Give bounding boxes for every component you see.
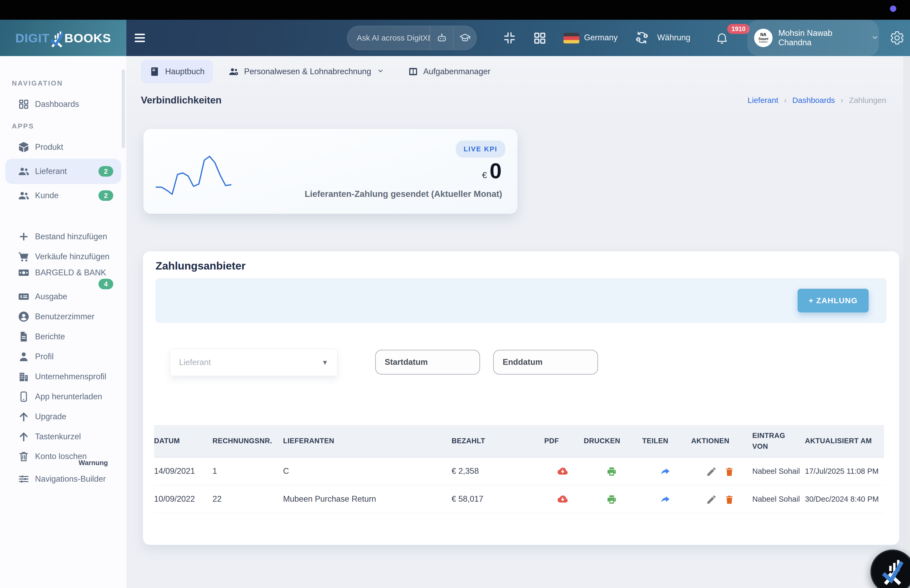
status-indicator-dot — [890, 5, 896, 12]
download-app-icon — [18, 391, 30, 403]
svg-text:€: € — [645, 34, 647, 38]
sidebar-item-unternehmensprofil[interactable]: Unternehmensprofil — [5, 367, 121, 387]
breadcrumb: Lieferant›Dashboards›Zahlungen — [748, 96, 886, 105]
sidebar-item-konto-loschen[interactable]: Konto loschenWarnung — [5, 447, 121, 469]
share-icon[interactable] — [660, 494, 671, 505]
delete-icon[interactable] — [724, 466, 735, 477]
live-kpi-badge: LIVE KPI — [456, 141, 505, 158]
sidebar-item-verkufe-hinzufgen[interactable]: Verkäufe hinzufügen — [5, 247, 121, 267]
currency-label[interactable]: Währung — [657, 33, 690, 42]
brand-logo-text-books: BOOKS — [64, 31, 111, 45]
sidebar: NAVIGATIONDashboardsAPPSProduktLieferant… — [0, 56, 126, 588]
suppliers-icon — [18, 165, 30, 178]
kpi-label: Lieferanten-Zahlung gesendet (Aktueller … — [305, 189, 502, 199]
titlebar: Verbindlichkeiten Lieferant›Dashboards›Z… — [141, 95, 886, 106]
brand-floating-button[interactable] — [871, 549, 910, 588]
avatar-monogram: NA — [760, 32, 766, 37]
ai-search-bar[interactable] — [347, 26, 477, 50]
kpi-currency: € — [482, 170, 487, 180]
cell-datum: 14/09/2021 — [154, 457, 212, 485]
breadcrumb-dashboards[interactable]: Dashboards — [792, 96, 835, 105]
cell-aktualisiert_am: 17/Jul/2025 11:08 PM — [805, 457, 884, 485]
end-date-input[interactable]: Enddatum — [493, 350, 598, 375]
germany-flag-icon[interactable] — [564, 33, 579, 44]
sidebar-item-produkt[interactable]: Produkt — [5, 137, 121, 157]
sidebar-item-label: Produkt — [35, 142, 63, 152]
sidebar-item-profil[interactable]: Profil — [5, 347, 121, 367]
ai-robot-icon[interactable] — [430, 26, 453, 50]
sidebar-item-label: Ausgabe — [35, 292, 67, 301]
sidebar-item-bargeld--bank[interactable]: BARGELD & BANK4 — [5, 267, 121, 287]
company-profile-icon — [18, 371, 30, 383]
sidebar-item-label: Profil — [35, 352, 54, 361]
apps-grid-icon[interactable] — [532, 31, 547, 45]
sidebar-item-navigations-builder[interactable]: Navigations-Builder — [5, 469, 121, 489]
sidebar-item-benutzerzimmer[interactable]: Benutzerzimmer — [5, 307, 121, 326]
system-status-bar — [0, 0, 910, 20]
column-header-teilen: TEILEN — [642, 425, 691, 457]
ledger-icon — [149, 66, 160, 77]
tab-hauptbuch[interactable]: Hauptbuch — [141, 60, 213, 84]
reports-icon — [18, 331, 30, 343]
notifications-bell-icon[interactable] — [715, 31, 729, 45]
country-label[interactable]: Germany — [584, 33, 617, 42]
cell-rechnungsnr: 1 — [212, 457, 283, 485]
sidebar-item-upgrade[interactable]: Upgrade — [5, 407, 121, 426]
cash-bank-icon — [18, 267, 30, 279]
module-tabbar: HauptbuchPersonalwesen & LohnabrechnungA… — [141, 60, 499, 84]
sidebar-item-ausgabe[interactable]: $Ausgabe — [5, 287, 121, 307]
collapse-screen-icon[interactable] — [503, 31, 517, 45]
settings-gear-icon[interactable] — [889, 30, 905, 45]
breadcrumb-lieferant[interactable]: Lieferant — [748, 96, 778, 105]
sidebar-item-dashboards[interactable]: Dashboards — [5, 94, 121, 114]
brand-x-check-icon — [50, 31, 64, 47]
sidebar-section-label: APPS — [12, 122, 126, 130]
sidebar-item-tastenkurzel[interactable]: Tastenkurzel — [5, 426, 121, 447]
start-date-input[interactable]: Startdatum — [375, 350, 480, 375]
pdf-download-icon[interactable] — [557, 466, 568, 477]
column-header-drucken: DRUCKEN — [584, 425, 642, 457]
app-header: DIGIT BOOKS — [0, 20, 910, 56]
column-header-bezahlt: BEZAHLT — [452, 425, 544, 457]
currency-exchange-icon[interactable]: $€ — [634, 30, 650, 45]
edit-icon[interactable] — [706, 494, 717, 505]
supplier-select[interactable]: Lieferant ▼ — [170, 349, 338, 376]
table-row: 10/09/202222Mubeen Purchase Return€ 58,0… — [154, 485, 884, 513]
sidebar-item-label: Tastenkurzel — [35, 432, 81, 441]
kpi-number: 0 — [490, 160, 502, 182]
edit-icon[interactable] — [706, 466, 717, 477]
menu-hamburger-icon[interactable] — [133, 31, 147, 45]
product-icon — [18, 141, 30, 153]
cell-eintrag_von: Nabeel Sohail — [752, 457, 805, 485]
sidebar-scrollbar[interactable] — [122, 69, 125, 148]
learn-graduation-cap-icon[interactable] — [453, 26, 476, 50]
sidebar-item-app-herunterladen[interactable]: App herunterladen — [5, 387, 121, 407]
sidebar-item-label: App herunterladen — [35, 392, 102, 401]
sidebar-item-label: Verkäufe hinzufügen — [35, 252, 110, 262]
add-payment-button[interactable]: + ZAHLUNG — [798, 289, 869, 312]
actions-strip: + ZAHLUNG — [156, 278, 887, 323]
search-input[interactable] — [347, 26, 430, 50]
add-stock-icon — [18, 231, 30, 243]
tab-label: Aufgabenmanager — [423, 67, 491, 76]
sidebar-item-bestand-hinzufgen[interactable]: Bestand hinzufügen — [5, 227, 121, 247]
sidebar-item-berichte[interactable]: Berichte — [5, 326, 121, 347]
table-row: 14/09/20211C€ 2,358Nabeel Sohail17/Jul/2… — [154, 457, 884, 485]
brand-logo[interactable]: DIGIT BOOKS — [0, 20, 126, 56]
delete-icon[interactable] — [724, 494, 735, 505]
print-icon[interactable] — [606, 494, 617, 505]
section-title: Zahlungsanbieter — [156, 260, 246, 272]
pdf-download-icon[interactable] — [557, 494, 568, 505]
page-scrollbar-track[interactable] — [903, 56, 910, 588]
sidebar-item-lieferant[interactable]: Lieferant2 — [5, 159, 121, 184]
payments-table-wrap: DATUMRECHNUNGSNR.LIEFERANTENBEZAHLTPDFDR… — [154, 425, 887, 513]
tab-personalwesen--lohnabrechnung[interactable]: Personalwesen & Lohnabrechnung — [220, 60, 392, 84]
user-menu[interactable]: NA Smart Fashion Mohsin Nawab Chandna — [747, 20, 879, 56]
sidebar-item-kunde[interactable]: Kunde2 — [5, 186, 121, 205]
tab-aufgabenmanager[interactable]: Aufgabenmanager — [399, 60, 499, 84]
share-icon[interactable] — [660, 466, 671, 477]
sidebar-item-label: Berichte — [35, 332, 65, 341]
print-icon[interactable] — [606, 466, 617, 477]
upgrade-icon — [18, 410, 30, 423]
breadcrumb-separator: › — [841, 96, 843, 105]
